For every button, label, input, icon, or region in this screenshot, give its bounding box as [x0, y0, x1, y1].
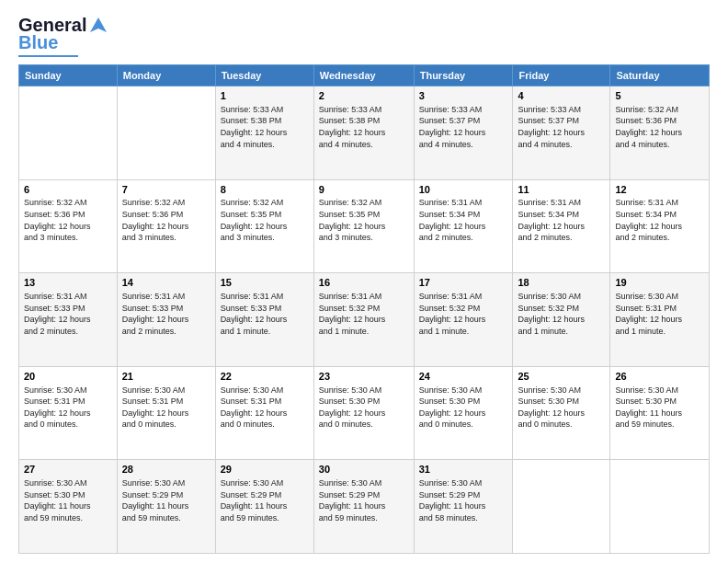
day-number: 16 — [319, 276, 409, 290]
day-number: 13 — [24, 276, 112, 290]
calendar-cell: 3Sunrise: 5:33 AM Sunset: 5:37 PM Daylig… — [414, 86, 513, 180]
day-number: 18 — [518, 276, 605, 290]
day-number: 26 — [615, 370, 704, 384]
day-info: Sunrise: 5:30 AM Sunset: 5:32 PM Dayligh… — [518, 291, 605, 337]
day-info: Sunrise: 5:30 AM Sunset: 5:31 PM Dayligh… — [615, 291, 704, 337]
calendar-week-row: 1Sunrise: 5:33 AM Sunset: 5:38 PM Daylig… — [19, 86, 710, 180]
day-info: Sunrise: 5:31 AM Sunset: 5:34 PM Dayligh… — [615, 197, 704, 243]
logo-underline — [18, 55, 78, 57]
day-number: 3 — [419, 89, 508, 103]
calendar-cell — [610, 460, 710, 554]
calendar-cell — [117, 86, 215, 180]
calendar-cell: 5Sunrise: 5:32 AM Sunset: 5:36 PM Daylig… — [610, 86, 710, 180]
calendar-body: 1Sunrise: 5:33 AM Sunset: 5:38 PM Daylig… — [19, 86, 710, 554]
day-info: Sunrise: 5:30 AM Sunset: 5:30 PM Dayligh… — [419, 385, 508, 431]
day-info: Sunrise: 5:30 AM Sunset: 5:30 PM Dayligh… — [615, 385, 704, 431]
weekday-header-cell: Wednesday — [313, 65, 414, 86]
day-info: Sunrise: 5:30 AM Sunset: 5:31 PM Dayligh… — [24, 385, 112, 431]
day-info: Sunrise: 5:30 AM Sunset: 5:31 PM Dayligh… — [122, 385, 210, 431]
calendar-cell: 24Sunrise: 5:30 AM Sunset: 5:30 PM Dayli… — [414, 366, 513, 460]
day-number: 23 — [319, 370, 409, 384]
calendar-cell: 8Sunrise: 5:32 AM Sunset: 5:35 PM Daylig… — [215, 179, 313, 273]
calendar-cell: 15Sunrise: 5:31 AM Sunset: 5:33 PM Dayli… — [215, 273, 313, 367]
day-info: Sunrise: 5:30 AM Sunset: 5:31 PM Dayligh… — [221, 385, 309, 431]
day-info: Sunrise: 5:32 AM Sunset: 5:35 PM Dayligh… — [221, 197, 309, 243]
day-number: 2 — [319, 89, 409, 103]
weekday-header-cell: Monday — [117, 65, 215, 86]
day-number: 14 — [122, 276, 210, 290]
day-info: Sunrise: 5:31 AM Sunset: 5:32 PM Dayligh… — [419, 291, 508, 337]
day-info: Sunrise: 5:30 AM Sunset: 5:29 PM Dayligh… — [221, 477, 309, 523]
day-number: 5 — [615, 89, 704, 103]
day-info: Sunrise: 5:31 AM Sunset: 5:33 PM Dayligh… — [221, 291, 309, 337]
header: General Blue — [18, 15, 710, 57]
calendar-cell: 9Sunrise: 5:32 AM Sunset: 5:35 PM Daylig… — [313, 179, 414, 273]
day-number: 15 — [221, 276, 309, 290]
day-info: Sunrise: 5:32 AM Sunset: 5:36 PM Dayligh… — [615, 104, 704, 150]
day-info: Sunrise: 5:30 AM Sunset: 5:29 PM Dayligh… — [319, 477, 409, 523]
day-number: 6 — [24, 183, 112, 197]
calendar-cell: 30Sunrise: 5:30 AM Sunset: 5:29 PM Dayli… — [313, 460, 414, 554]
logo-blue: Blue — [18, 32, 58, 53]
weekday-header-cell: Sunday — [19, 65, 118, 86]
calendar-cell: 29Sunrise: 5:30 AM Sunset: 5:29 PM Dayli… — [215, 460, 313, 554]
day-number: 4 — [518, 89, 605, 103]
weekday-header-cell: Thursday — [414, 65, 513, 86]
day-number: 28 — [122, 463, 210, 477]
day-number: 27 — [24, 463, 112, 477]
svg-marker-0 — [90, 17, 107, 32]
day-number: 19 — [615, 276, 704, 290]
day-number: 31 — [419, 463, 508, 477]
day-number: 17 — [419, 276, 508, 290]
weekday-header-cell: Saturday — [610, 65, 710, 86]
day-info: Sunrise: 5:30 AM Sunset: 5:30 PM Dayligh… — [319, 385, 409, 431]
calendar-cell — [513, 460, 610, 554]
day-number: 1 — [221, 89, 309, 103]
day-info: Sunrise: 5:33 AM Sunset: 5:38 PM Dayligh… — [319, 104, 409, 150]
day-number: 30 — [319, 463, 409, 477]
calendar-cell: 23Sunrise: 5:30 AM Sunset: 5:30 PM Dayli… — [313, 366, 414, 460]
day-number: 20 — [24, 370, 112, 384]
day-number: 7 — [122, 183, 210, 197]
day-info: Sunrise: 5:33 AM Sunset: 5:37 PM Dayligh… — [419, 104, 508, 150]
calendar-cell — [19, 86, 118, 180]
calendar-cell: 31Sunrise: 5:30 AM Sunset: 5:29 PM Dayli… — [414, 460, 513, 554]
calendar-cell: 1Sunrise: 5:33 AM Sunset: 5:38 PM Daylig… — [215, 86, 313, 180]
logo: General Blue — [18, 15, 108, 57]
weekday-header-row: SundayMondayTuesdayWednesdayThursdayFrid… — [19, 65, 710, 86]
calendar-cell: 20Sunrise: 5:30 AM Sunset: 5:31 PM Dayli… — [19, 366, 118, 460]
day-info: Sunrise: 5:31 AM Sunset: 5:33 PM Dayligh… — [122, 291, 210, 337]
day-info: Sunrise: 5:31 AM Sunset: 5:33 PM Dayligh… — [24, 291, 112, 337]
day-info: Sunrise: 5:30 AM Sunset: 5:29 PM Dayligh… — [419, 477, 508, 523]
calendar-cell: 12Sunrise: 5:31 AM Sunset: 5:34 PM Dayli… — [610, 179, 710, 273]
day-number: 21 — [122, 370, 210, 384]
day-number: 22 — [221, 370, 309, 384]
day-info: Sunrise: 5:32 AM Sunset: 5:36 PM Dayligh… — [24, 197, 112, 243]
calendar-cell: 18Sunrise: 5:30 AM Sunset: 5:32 PM Dayli… — [513, 273, 610, 367]
calendar-cell: 11Sunrise: 5:31 AM Sunset: 5:34 PM Dayli… — [513, 179, 610, 273]
day-info: Sunrise: 5:30 AM Sunset: 5:29 PM Dayligh… — [122, 477, 210, 523]
day-info: Sunrise: 5:31 AM Sunset: 5:34 PM Dayligh… — [518, 197, 605, 243]
calendar-cell: 27Sunrise: 5:30 AM Sunset: 5:30 PM Dayli… — [19, 460, 118, 554]
day-number: 9 — [319, 183, 409, 197]
day-info: Sunrise: 5:32 AM Sunset: 5:36 PM Dayligh… — [122, 197, 210, 243]
calendar-cell: 21Sunrise: 5:30 AM Sunset: 5:31 PM Dayli… — [117, 366, 215, 460]
calendar-week-row: 27Sunrise: 5:30 AM Sunset: 5:30 PM Dayli… — [19, 460, 710, 554]
day-info: Sunrise: 5:31 AM Sunset: 5:34 PM Dayligh… — [419, 197, 508, 243]
calendar-cell: 14Sunrise: 5:31 AM Sunset: 5:33 PM Dayli… — [117, 273, 215, 367]
calendar-cell: 13Sunrise: 5:31 AM Sunset: 5:33 PM Dayli… — [19, 273, 118, 367]
calendar-cell: 10Sunrise: 5:31 AM Sunset: 5:34 PM Dayli… — [414, 179, 513, 273]
calendar-cell: 2Sunrise: 5:33 AM Sunset: 5:38 PM Daylig… — [313, 86, 414, 180]
weekday-header-cell: Friday — [513, 65, 610, 86]
calendar-cell: 28Sunrise: 5:30 AM Sunset: 5:29 PM Dayli… — [117, 460, 215, 554]
day-info: Sunrise: 5:33 AM Sunset: 5:38 PM Dayligh… — [221, 104, 309, 150]
day-info: Sunrise: 5:33 AM Sunset: 5:37 PM Dayligh… — [518, 104, 605, 150]
calendar-cell: 25Sunrise: 5:30 AM Sunset: 5:30 PM Dayli… — [513, 366, 610, 460]
calendar-cell: 6Sunrise: 5:32 AM Sunset: 5:36 PM Daylig… — [19, 179, 118, 273]
calendar-week-row: 13Sunrise: 5:31 AM Sunset: 5:33 PM Dayli… — [19, 273, 710, 367]
day-number: 10 — [419, 183, 508, 197]
logo-bird-icon — [88, 16, 108, 36]
calendar-cell: 22Sunrise: 5:30 AM Sunset: 5:31 PM Dayli… — [215, 366, 313, 460]
day-info: Sunrise: 5:31 AM Sunset: 5:32 PM Dayligh… — [319, 291, 409, 337]
day-number: 25 — [518, 370, 605, 384]
